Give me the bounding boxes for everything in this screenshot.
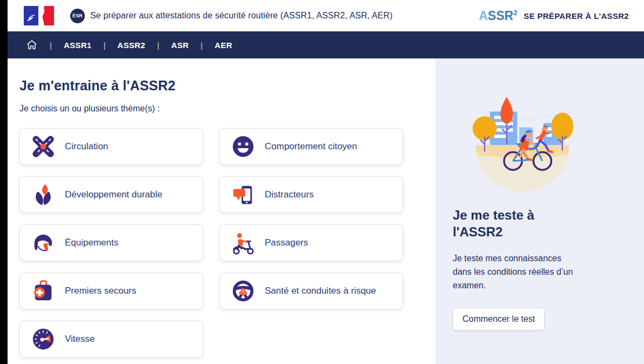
theme-card-label: Comportement citoyen: [265, 141, 357, 152]
first-aid-kit-icon: [31, 279, 56, 303]
theme-card-label: Santé et conduites à risque: [265, 286, 376, 296]
theme-card-comportement-citoyen[interactable]: Comportement citoyen: [219, 128, 403, 165]
nav-separator: |: [50, 41, 52, 50]
assr2-logo: ASSR2: [479, 9, 517, 22]
site-title: Se préparer aux attestations de sécurité…: [90, 11, 393, 21]
training-section: Je m'entraine à l'ASSR2 Je choisis un ou…: [8, 58, 435, 364]
speedometer-icon: [31, 327, 56, 352]
helmet-icon: [31, 230, 56, 255]
content-area: Je m'entraine à l'ASSR2 Je choisis un ou…: [8, 58, 644, 364]
theme-card-developpement-durable[interactable]: Développement durable: [19, 176, 203, 213]
theme-card-label: Vitesse: [65, 334, 95, 345]
assr2-logo-sup: 2: [513, 9, 517, 17]
theme-card-label: Développement durable: [65, 189, 163, 200]
theme-card-vitesse[interactable]: Vitesse: [19, 321, 203, 358]
page-title: Je m'entraine à l'ASSR2: [19, 78, 435, 94]
nav-separator: |: [103, 41, 105, 50]
nav-item-aer[interactable]: AER: [214, 41, 232, 50]
cyclists-illustration: [465, 81, 580, 191]
steering-wheel-icon: [231, 279, 256, 303]
theme-card-label: Équipements: [65, 237, 118, 248]
nav-separator: |: [157, 41, 159, 50]
esr-badge: ÉSR: [70, 9, 85, 23]
theme-card-distracteurs[interactable]: Distracteurs: [219, 176, 403, 213]
nav-item-assr1[interactable]: ASSR1: [64, 41, 92, 50]
theme-grid: Circulation Comportement citoyen: [19, 128, 435, 358]
main-navbar: | ASSR1 | ASSR2 | ASR | AER: [8, 31, 644, 58]
home-icon[interactable]: [26, 39, 38, 51]
theme-card-label: Premiers secours: [65, 286, 136, 296]
french-government-flag-logo: [24, 6, 54, 25]
desktop-background-strip: [0, 0, 8, 364]
crossroads-icon: [31, 134, 56, 159]
nav-separator: |: [200, 41, 203, 50]
theme-card-circulation[interactable]: Circulation: [19, 128, 203, 165]
theme-card-sante-conduites[interactable]: Santé et conduites à risque: [219, 273, 403, 309]
theme-card-label: Circulation: [65, 141, 108, 152]
assr2-logo-ssr: SSR: [488, 9, 513, 23]
smiley-icon: [231, 134, 256, 159]
theme-card-premiers-secours[interactable]: Premiers secours: [19, 273, 203, 309]
theme-card-label: Distracteurs: [265, 189, 314, 200]
sidebar-title: Je me teste à l'ASSR2: [453, 207, 572, 240]
theme-card-label: Passagers: [265, 237, 308, 248]
assr2-logo-a: A: [479, 9, 488, 23]
start-test-button[interactable]: Commencer le test: [453, 308, 545, 330]
sidebar-description: Je teste mes connaissances dans les cond…: [453, 252, 580, 292]
leaves-icon: [31, 182, 56, 207]
header-right-title: SE PRÉPARER À L'ASSR2: [524, 11, 629, 21]
theme-card-passagers[interactable]: Passagers: [219, 224, 403, 261]
nav-item-assr2[interactable]: ASSR2: [117, 41, 145, 50]
top-header: ÉSR Se préparer aux attestations de sécu…: [8, 0, 644, 31]
phone-chat-icon: [231, 182, 256, 207]
nav-item-asr[interactable]: ASR: [171, 41, 189, 50]
theme-card-equipements[interactable]: Équipements: [19, 224, 203, 261]
scooter-icon: [231, 230, 256, 255]
test-sidebar: Je me teste à l'ASSR2 Je teste mes conna…: [435, 58, 644, 364]
assr-page: ÉSR Se préparer aux attestations de sécu…: [8, 0, 644, 364]
theme-choice-subtitle: Je choisis un ou plusieurs thème(s) :: [19, 104, 435, 114]
